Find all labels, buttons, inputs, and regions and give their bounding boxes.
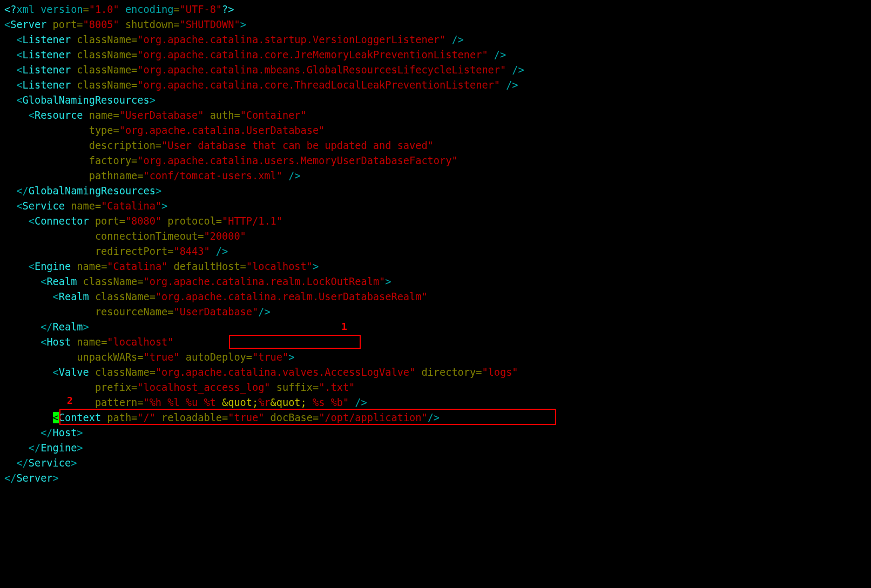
- annotation-label-1: 1: [341, 321, 347, 332]
- xml-code-block: <?xml version="1.0" encoding="UTF-8"?> <…: [0, 0, 871, 488]
- annotation-label-2: 2: [67, 395, 73, 406]
